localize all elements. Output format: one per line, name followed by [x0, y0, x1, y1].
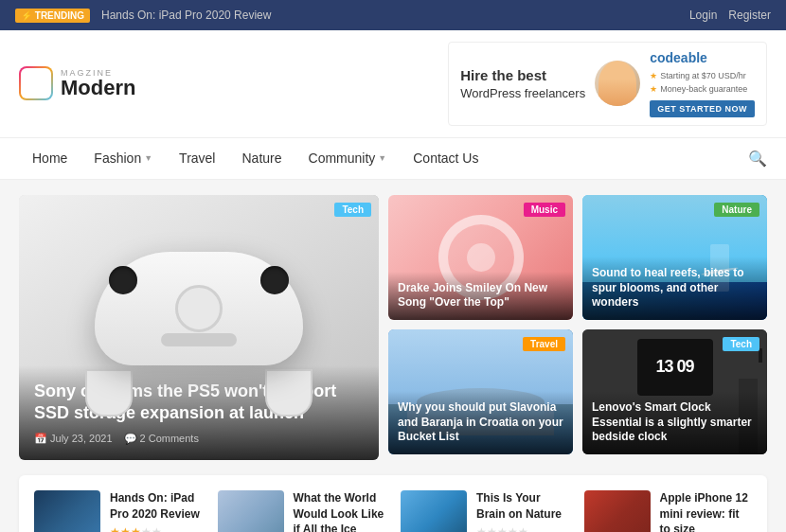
article-brain-thumb: [401, 490, 467, 532]
logo-icon: [19, 66, 53, 100]
banner-right: codeable Starting at $70 USD/hr Money-ba…: [650, 50, 755, 117]
article-iphone-thumb: [584, 490, 651, 532]
header: MAGZINE Modern Hire the best WordPress f…: [0, 30, 786, 138]
community-arrow: ▼: [378, 153, 386, 163]
top-bar-right: Login Register: [689, 9, 771, 22]
article-ipad-stars: ★★★★★: [110, 525, 203, 532]
article-iphone-info: Apple iPhone 12 mini review: fit to size…: [660, 490, 753, 532]
music-tag: Music: [524, 203, 565, 217]
article-ipad-thumb: [34, 490, 100, 532]
small-card-travel[interactable]: Travel Why you should put Slavonia and B…: [388, 329, 573, 454]
music-overlay: Drake Joins Smiley On New Song "Over the…: [388, 272, 573, 320]
article-ipad-info: Hands On: iPad Pro 2020 Review ★★★★★ ♡ 2…: [110, 490, 203, 532]
fashion-arrow: ▼: [144, 153, 152, 163]
tech2-title: Lenovo's Smart Clock Essential is a slig…: [592, 400, 758, 445]
trending-article[interactable]: Hands On: iPad Pro 2020 Review: [101, 9, 271, 22]
featured-date: 📅 July 23, 2021: [34, 433, 113, 445]
logo-text: MAGZINE Modern: [61, 69, 135, 98]
travel-overlay: Why you should put Slavonia and Baranja …: [388, 391, 573, 454]
banner-person: [595, 61, 640, 106]
nav-travel[interactable]: Travel: [166, 139, 228, 177]
nav-home[interactable]: Home: [19, 139, 80, 177]
article-brain-info: This Is Your Brain on Nature ★★★★★ ♡ 1 l…: [476, 490, 569, 532]
featured-tag: Tech: [334, 203, 371, 217]
featured-comments: 💬 2 Comments: [124, 433, 199, 445]
article-iphone[interactable]: Apple iPhone 12 mini review: fit to size…: [584, 490, 753, 532]
small-cards-grid: Music Drake Joins Smiley On New Song "Ov…: [388, 195, 767, 460]
featured-large-card[interactable]: Tech Sony confirms the PS5 won't support…: [19, 195, 379, 460]
article-world-title: What the World Would Look Like if All th…: [294, 490, 386, 532]
article-ipad[interactable]: Hands On: iPad Pro 2020 Review ★★★★★ ♡ 2…: [34, 490, 203, 532]
banner-ad[interactable]: Hire the best WordPress freelancers code…: [448, 42, 767, 126]
main-grid: Tech Sony confirms the PS5 won't support…: [0, 180, 786, 475]
banner-cta-button[interactable]: GET STARTED NOW: [650, 100, 755, 117]
article-brain-stars: ★★★★★: [476, 525, 569, 532]
nav-contact[interactable]: Contact Us: [400, 139, 491, 177]
small-card-tech2[interactable]: 13 09 Tech Lenovo's Smart Clock Essentia…: [582, 329, 767, 454]
banner-features: Starting at $70 USD/hr Money-back guaran…: [650, 69, 755, 97]
article-world[interactable]: What the World Would Look Like if All th…: [218, 490, 386, 532]
top-bar: ⚡ TRENDING Hands On: iPad Pro 2020 Revie…: [0, 0, 786, 30]
search-icon[interactable]: 🔍: [748, 150, 767, 168]
top-bar-left: ⚡ TRENDING Hands On: iPad Pro 2020 Revie…: [15, 9, 271, 23]
travel-title: Why you should put Slavonia and Baranja …: [398, 400, 563, 445]
logo-main: Modern: [61, 78, 135, 98]
music-title: Drake Joins Smiley On New Song "Over the…: [398, 281, 563, 310]
trending-badge: ⚡ TRENDING: [15, 9, 90, 23]
articles-row: Hands On: iPad Pro 2020 Review ★★★★★ ♡ 2…: [19, 475, 767, 532]
article-brain-title: This Is Your Brain on Nature: [476, 490, 569, 523]
small-card-nature[interactable]: Nature Sound to heal reefs, bites to spu…: [582, 195, 767, 320]
nature-tag: Nature: [714, 203, 759, 217]
nav-fashion[interactable]: Fashion ▼: [80, 139, 166, 177]
nature-overlay: Sound to heal reefs, bites to spur bloom…: [582, 257, 767, 320]
banner-text: Hire the best WordPress freelancers: [460, 65, 585, 102]
tech2-overlay: Lenovo's Smart Clock Essential is a slig…: [582, 391, 767, 454]
small-card-music[interactable]: Music Drake Joins Smiley On New Song "Ov…: [388, 195, 573, 320]
featured-meta: 📅 July 23, 2021 💬 2 Comments: [34, 433, 364, 445]
article-brain[interactable]: This Is Your Brain on Nature ★★★★★ ♡ 1 l…: [401, 490, 569, 532]
main-nav: Home Fashion ▼ Travel Nature Community ▼…: [0, 138, 786, 180]
article-world-thumb: [218, 490, 284, 532]
nav-community[interactable]: Community ▼: [295, 139, 401, 177]
article-iphone-title: Apple iPhone 12 mini review: fit to size: [660, 490, 753, 532]
article-ipad-title: Hands On: iPad Pro 2020 Review: [110, 490, 203, 523]
tech2-tag: Tech: [723, 337, 759, 351]
article-world-info: What the World Would Look Like if All th…: [294, 490, 386, 532]
travel-tag: Travel: [523, 337, 565, 351]
login-link[interactable]: Login: [689, 9, 717, 22]
nav-links: Home Fashion ▼ Travel Nature Community ▼…: [19, 139, 491, 177]
logo[interactable]: MAGZINE Modern: [19, 66, 135, 100]
register-link[interactable]: Register: [728, 9, 771, 22]
nav-nature[interactable]: Nature: [228, 139, 295, 177]
nature-title: Sound to heal reefs, bites to spur bloom…: [592, 266, 758, 310]
